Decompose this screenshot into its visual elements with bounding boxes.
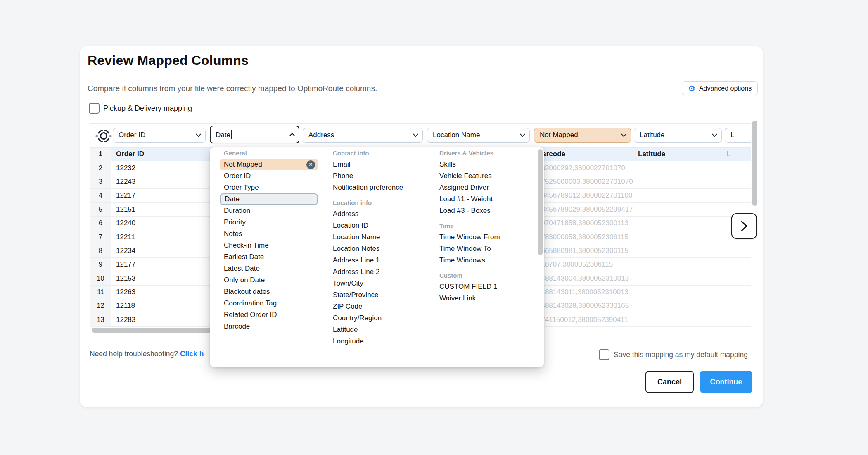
chevron-down-icon[interactable]	[617, 128, 631, 142]
dropdown-section-title: Time	[435, 221, 538, 231]
dropdown-option-latitude[interactable]: Latitude	[329, 324, 429, 336]
chevron-down-icon[interactable]	[515, 128, 529, 142]
table-cell	[723, 258, 751, 272]
column-mapping-select-order-id[interactable]: Order ID	[113, 128, 206, 143]
row-number-cell: 7	[90, 230, 111, 244]
dropdown-option-phone[interactable]: Phone	[329, 170, 429, 182]
dropdown-option-location-notes[interactable]: Location Notes	[329, 243, 429, 255]
column-mapping-select-l[interactable]: L	[725, 128, 751, 143]
dropdown-option-coordination-tag[interactable]: Coordination Tag	[220, 298, 318, 309]
dropdown-option-address[interactable]: Address	[329, 208, 429, 220]
cancel-button[interactable]: Cancel	[645, 371, 694, 393]
dropdown-option-notification-preference[interactable]: Notification preference	[329, 182, 429, 193]
dropdown-section-title: Custom	[435, 270, 538, 281]
dropdown-option-latest-date[interactable]: Latest Date	[220, 263, 318, 274]
dropdown-option-address-line-2[interactable]: Address Line 2	[329, 266, 429, 278]
table-cell	[723, 286, 751, 299]
dropdown-option-barcode[interactable]: Barcode	[220, 321, 318, 332]
select-value: Location Name	[433, 131, 515, 139]
page-subtitle: Compare if columns from your file were c…	[88, 84, 377, 93]
column-mapping-select-date[interactable]: Date	[210, 126, 299, 143]
column-mapping-select-latitude[interactable]: Latitude	[634, 128, 722, 143]
table-cell: 3741150012,3800052390411	[532, 313, 633, 327]
advanced-options-button[interactable]: ⚙ Advanced options	[682, 81, 758, 95]
dropdown-option-earliest-date[interactable]: Earliest Date	[220, 251, 318, 263]
row-number-cell: 10	[90, 272, 111, 286]
table-cell: 12240	[111, 217, 208, 230]
row-number-cell: 1	[90, 148, 111, 161]
column-mapping-select-location-name[interactable]: Location Name	[427, 128, 530, 143]
dropdown-option-order-type[interactable]: Order Type	[220, 182, 318, 193]
pickup-delivery-mapping-row[interactable]: Pickup & Delivery mapping	[89, 103, 192, 114]
table-cell	[723, 272, 751, 286]
table-cell: 318707,3800052306115	[532, 258, 633, 272]
select-value: L	[730, 131, 751, 139]
table-cell	[633, 175, 723, 189]
chevron-down-icon[interactable]	[707, 128, 721, 142]
dropdown-option-blackout-dates[interactable]: Blackout dates	[220, 286, 318, 298]
dropdown-option-time-windows[interactable]: Time Windows	[435, 255, 538, 266]
table-cell	[633, 217, 723, 230]
row-number-cell: 12	[90, 299, 111, 313]
dropdown-option-town-city[interactable]: Town/City	[329, 278, 429, 289]
dropdown-option-waiver-link[interactable]: Waiver Link	[435, 293, 538, 304]
dropdown-option-order-id[interactable]: Order ID	[220, 170, 318, 182]
chevron-up-icon[interactable]	[285, 126, 299, 143]
clear-x-icon[interactable]: ✕	[306, 160, 315, 169]
dropdown-option-related-order-id[interactable]: Related Order ID	[220, 309, 318, 321]
dropdown-section-time: TimeTime Window FromTime Window ToTime W…	[435, 221, 538, 266]
dropdown-scrollbar-thumb[interactable]	[538, 149, 543, 255]
dropdown-option-location-name[interactable]: Location Name	[329, 231, 429, 243]
dropdown-option-only-on-date[interactable]: Only on Date	[220, 274, 318, 286]
table-cell: 2488143004,3800052310013	[532, 272, 633, 286]
save-default-mapping-row[interactable]: Save this mapping as my default mapping	[599, 349, 748, 360]
table-cell	[633, 299, 723, 313]
dropdown-footer	[210, 355, 544, 367]
table-cell	[723, 299, 751, 313]
dropdown-option-vehicle-features[interactable]: Vehicle Features	[435, 170, 538, 182]
dropdown-option-check-in-time[interactable]: Check-in Time	[220, 240, 318, 251]
dropdown-option-assigned-driver[interactable]: Assigned Driver	[435, 182, 538, 193]
dropdown-option-priority[interactable]: Priority	[220, 217, 318, 228]
chevron-right-icon	[740, 220, 749, 232]
dropdown-option-date[interactable]: Date	[220, 193, 318, 205]
continue-button[interactable]: Continue	[700, 371, 752, 393]
table-cell	[633, 244, 723, 258]
dropdown-column: Contact infoEmailPhoneNotification prefe…	[329, 148, 429, 347]
dropdown-section-title: Contact info	[329, 148, 429, 159]
dropdown-option-state-province[interactable]: State/Province	[329, 289, 429, 301]
dropdown-section-contact-info: Contact infoEmailPhoneNotification prefe…	[329, 148, 429, 193]
dropdown-option-country-region[interactable]: Country/Region	[329, 312, 429, 324]
row-number-cell: 5	[90, 203, 111, 217]
dropdown-option-time-window-from[interactable]: Time Window From	[435, 231, 538, 243]
vertical-scrollbar-thumb[interactable]	[752, 121, 757, 206]
dropdown-option-not-mapped[interactable]: Not Mapped✕	[220, 159, 318, 170]
dropdown-option-custom-field-1[interactable]: CUSTOM FIELD 1	[435, 281, 538, 293]
dropdown-option-skills[interactable]: Skills	[435, 159, 538, 170]
dropdown-option-load-3-boxes[interactable]: Load #3 - Boxes	[435, 205, 538, 217]
pickup-delivery-checkbox[interactable]	[89, 103, 100, 114]
dropdown-option-zip-code[interactable]: ZIP Code	[329, 301, 429, 312]
dropdown-option-load-1-weight[interactable]: Load #1 - Weight	[435, 193, 538, 205]
chevron-down-icon[interactable]	[408, 128, 422, 142]
column-mapping-select-not-mapped[interactable]: Not Mapped	[534, 128, 631, 143]
table-cell	[633, 161, 723, 175]
select-value: Date	[216, 130, 285, 139]
scroll-columns-right-button[interactable]	[731, 213, 757, 239]
select-value: Not Mapped	[540, 131, 617, 139]
dropdown-option-time-window-to[interactable]: Time Window To	[435, 243, 538, 255]
help-link[interactable]: Click h	[180, 350, 204, 358]
column-mapping-select-address[interactable]: Address	[303, 128, 423, 143]
dropdown-option-address-line-1[interactable]: Address Line 1	[329, 255, 429, 266]
save-default-mapping-checkbox[interactable]	[599, 349, 609, 360]
dropdown-option-duration[interactable]: Duration	[220, 205, 318, 217]
dropdown-option-email[interactable]: Email	[329, 159, 429, 170]
table-cell	[723, 313, 751, 327]
dropdown-option-location-id[interactable]: Location ID	[329, 220, 429, 231]
chevron-down-icon[interactable]	[191, 128, 205, 142]
table-cell: 562000292,3800022701070	[532, 161, 633, 175]
dropdown-section-title: General	[220, 148, 318, 159]
dropdown-option-longitude[interactable]: Longitude	[329, 336, 429, 347]
advanced-options-label: Advanced options	[699, 85, 752, 92]
dropdown-option-notes[interactable]: Notes	[220, 228, 318, 240]
